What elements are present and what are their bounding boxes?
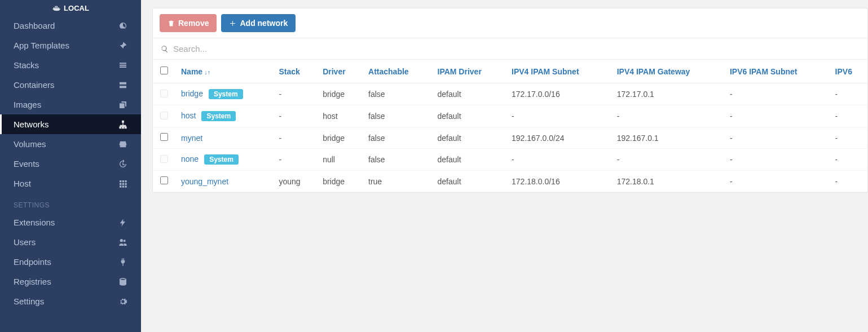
networks-table: Name↓↑ Stack Driver Attachable IPAM Driv… — [153, 59, 867, 192]
sidebar-item-volumes[interactable]: Volumes — [0, 134, 141, 154]
col-attachable[interactable]: Attachable — [363, 60, 431, 83]
cell-ipam-driver: default — [432, 149, 506, 171]
cell-ipv6-subnet: - — [724, 149, 830, 171]
cell-stack: - — [273, 105, 317, 127]
col-ipv6[interactable]: IPV6 — [830, 60, 867, 83]
history-icon — [118, 160, 127, 169]
network-link[interactable]: mynet — [181, 134, 202, 143]
cell-ipam-driver: default — [432, 105, 506, 127]
sidebar-item-app-templates[interactable]: App Templates — [0, 36, 141, 55]
server-icon — [118, 81, 127, 90]
toolbar: Remove Add network — [153, 8, 867, 38]
docker-icon — [52, 3, 61, 12]
plus-icon — [229, 20, 236, 27]
remove-button[interactable]: Remove — [160, 14, 217, 32]
row-checkbox — [160, 155, 168, 163]
sort-icon: ↓↑ — [204, 69, 210, 76]
row-select-cell — [153, 149, 175, 171]
row-checkbox[interactable] — [160, 176, 168, 184]
sidebar-header: LOCAL — [0, 0, 141, 16]
table-body: bridgeSystem-bridgefalsedefault172.17.0.… — [153, 83, 867, 192]
cell-name: young_mynet — [175, 171, 273, 192]
col-name[interactable]: Name↓↑ — [175, 60, 273, 83]
sidebar-item-label: Registries — [14, 277, 51, 286]
network-link[interactable]: none — [181, 154, 199, 163]
network-link[interactable]: host — [181, 111, 196, 120]
sidebar-item-dashboard[interactable]: Dashboard — [0, 16, 141, 36]
database-icon — [118, 277, 127, 286]
row-checkbox[interactable] — [160, 133, 168, 141]
cell-stack: - — [273, 149, 317, 171]
sidebar-item-label: Containers — [14, 80, 55, 90]
th-icon — [118, 179, 127, 188]
cell-attachable: false — [363, 149, 431, 171]
cell-name: mynet — [175, 127, 273, 149]
cell-attachable: false — [363, 83, 431, 105]
col-ipv4-gateway[interactable]: IPV4 IPAM Gateway — [611, 60, 724, 83]
sidebar-item-host[interactable]: Host — [0, 174, 141, 193]
add-network-button[interactable]: Add network — [221, 14, 296, 32]
cell-ipv4-gateway: 172.18.0.1 — [611, 171, 724, 192]
col-select-all[interactable] — [153, 60, 175, 83]
search-icon — [161, 45, 169, 53]
sidebar-item-events[interactable]: Events — [0, 154, 141, 174]
sidebar-item-label: Settings — [14, 296, 44, 306]
cell-ipv4-gateway: 172.17.0.1 — [611, 83, 724, 105]
cell-ipv4-subnet: 172.18.0.0/16 — [506, 171, 611, 192]
sidebar-item-users[interactable]: Users — [0, 232, 141, 252]
sidebar-item-label: Stacks — [14, 60, 39, 70]
sidebar-item-registries[interactable]: Registries — [0, 272, 141, 291]
sidebar-nav-settings: ExtensionsUsersEndpointsRegistriesSettin… — [0, 213, 141, 311]
cell-ipv6-subnet: - — [724, 127, 830, 149]
plug-icon — [118, 258, 127, 267]
cell-attachable: true — [363, 171, 431, 192]
sidebar-item-label: Endpoints — [14, 257, 51, 267]
row-checkbox — [160, 90, 168, 98]
sidebar-item-images[interactable]: Images — [0, 95, 141, 114]
row-checkbox — [160, 112, 168, 119]
cell-ipv4-subnet: - — [506, 149, 611, 171]
cell-name: bridgeSystem — [175, 83, 273, 105]
col-ipv4-subnet[interactable]: IPV4 IPAM Subnet — [506, 60, 611, 83]
main-content: Remove Add network Name↓↑ Stack Drive — [141, 0, 868, 332]
cell-driver: host — [317, 105, 363, 127]
cell-ipv6: - — [830, 105, 867, 127]
cell-ipv6: - — [830, 83, 867, 105]
cell-driver: bridge — [317, 127, 363, 149]
cell-name: hostSystem — [175, 105, 273, 127]
col-stack[interactable]: Stack — [273, 60, 317, 83]
col-driver[interactable]: Driver — [317, 60, 363, 83]
cell-ipam-driver: default — [432, 171, 506, 192]
cell-ipv4-subnet: - — [506, 105, 611, 127]
sidebar-item-label: Extensions — [14, 218, 55, 227]
sidebar-item-endpoints[interactable]: Endpoints — [0, 252, 141, 272]
cell-ipv6: - — [830, 149, 867, 171]
gauge-icon — [118, 21, 127, 30]
col-ipv6-subnet[interactable]: IPV6 IPAM Subnet — [724, 60, 830, 83]
sidebar-item-extensions[interactable]: Extensions — [0, 213, 141, 232]
system-badge: System — [204, 154, 239, 165]
cell-ipv4-subnet: 192.167.0.0/24 — [506, 127, 611, 149]
table-row: hostSystem-hostfalsedefault---- — [153, 105, 867, 127]
sidebar-item-label: Networks — [14, 119, 49, 129]
search-input[interactable] — [173, 44, 860, 54]
sidebar-section-settings: SETTINGS — [0, 193, 141, 213]
system-badge: System — [201, 111, 236, 121]
row-select-cell — [153, 105, 175, 127]
sidebar-header-label: LOCAL — [64, 4, 89, 12]
sidebar-item-stacks[interactable]: Stacks — [0, 55, 141, 75]
sidebar-nav-main: DashboardApp TemplatesStacksContainersIm… — [0, 16, 141, 193]
sidebar: LOCAL DashboardApp TemplatesStacksContai… — [0, 0, 141, 332]
sidebar-item-containers[interactable]: Containers — [0, 75, 141, 95]
col-ipam-driver[interactable]: IPAM Driver — [432, 60, 506, 83]
network-link[interactable]: young_mynet — [181, 177, 228, 186]
bolt-icon — [118, 218, 127, 227]
sidebar-item-networks[interactable]: Networks — [0, 114, 141, 134]
row-select-cell — [153, 127, 175, 149]
sidebar-item-settings[interactable]: Settings — [0, 291, 141, 311]
select-all-checkbox[interactable] — [160, 67, 168, 74]
cell-ipv4-gateway: - — [611, 149, 724, 171]
cogs-icon — [118, 297, 127, 306]
network-link[interactable]: bridge — [181, 89, 203, 98]
cell-driver: bridge — [317, 171, 363, 192]
